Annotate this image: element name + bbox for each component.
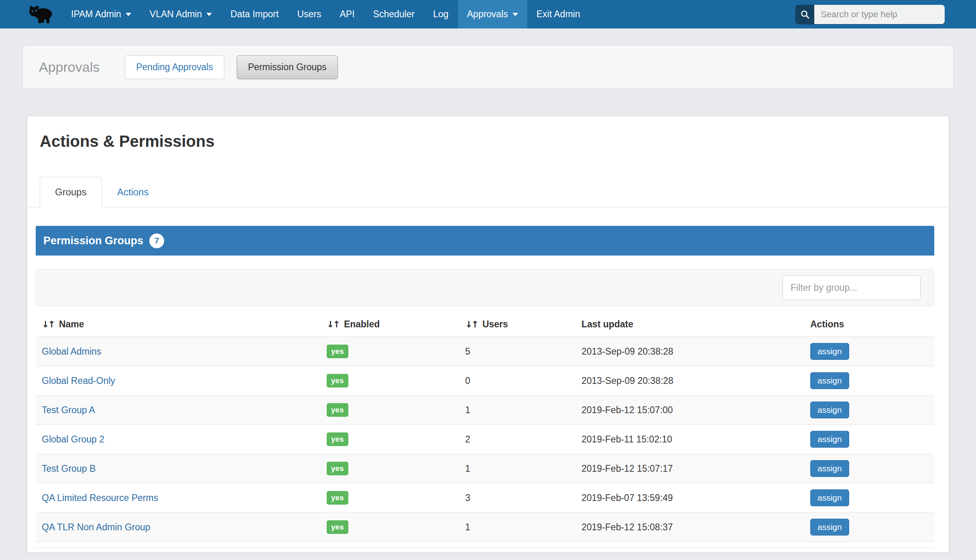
nav-item-label: Log [433,9,448,20]
nav-item-data-import[interactable]: Data Import [221,0,288,28]
enabled-badge: yes [327,345,348,358]
table-row: Global Group 2yes22019-Feb-11 15:02:10as… [36,425,934,454]
users-count: 1 [459,396,575,425]
table-row: Global Adminsyes52013-Sep-09 20:38:28ass… [36,337,934,366]
group-name-link[interactable]: Global Group 2 [42,434,104,444]
users-count: 3 [459,483,575,513]
tab-groups[interactable]: Groups [40,177,102,207]
column-header-name[interactable]: ↓↑Name [36,306,321,337]
column-label: Name [59,319,84,329]
users-count: 1 [459,454,575,483]
assign-button[interactable]: assign [810,489,849,506]
permission-groups-table: ↓↑Name↓↑Enabled↓↑UsersLast updateActions… [36,306,934,542]
tab-bar: GroupsActions [27,177,949,207]
table-body: Global Adminsyes52013-Sep-09 20:38:28ass… [36,337,934,542]
global-search [795,5,945,24]
last-update: 2019-Feb-12 15:08:37 [575,513,804,542]
nav-item-approvals[interactable]: Approvals [458,0,527,28]
table-row: Test Group Ayes12019-Feb-12 15:07:00assi… [36,396,934,425]
search-input[interactable] [814,5,945,24]
nav-item-label: API [340,9,354,20]
assign-button[interactable]: assign [810,460,849,477]
widget-header: Permission Groups 7 [36,226,934,256]
column-header-actions: Actions [804,306,934,337]
filter-bar [36,269,934,306]
top-navbar: IPAM AdminVLAN AdminData ImportUsersAPIS… [0,0,976,28]
main-menu: IPAM AdminVLAN AdminData ImportUsersAPIS… [62,0,589,28]
permission-groups-button[interactable]: Permission Groups [237,55,338,79]
group-name-link[interactable]: Global Admins [42,346,101,357]
filter-by-group-input[interactable] [783,275,921,300]
sort-icon[interactable]: ↓↑ [465,319,478,329]
tab-actions[interactable]: Actions [102,177,164,207]
table-row: Global Read-Onlyyes02013-Sep-09 20:38:28… [36,366,934,396]
nav-item-label: Users [297,9,321,20]
chevron-down-icon [126,13,131,16]
nav-item-exit-admin[interactable]: Exit Admin [527,0,590,28]
nav-item-label: VLAN Admin [150,9,202,20]
nav-item-api[interactable]: API [330,0,364,28]
groups-table-container: ↓↑Name↓↑Enabled↓↑UsersLast updateActions… [36,306,934,548]
chevron-down-icon [512,13,518,16]
pending-approvals-button[interactable]: Pending Approvals [125,55,224,79]
group-name-link[interactable]: QA Limited Resource Perms [42,493,158,503]
table-row: QA Limited Resource Permsyes32019-Feb-07… [36,483,934,513]
nav-item-scheduler[interactable]: Scheduler [364,0,424,28]
actions-permissions-panel: Actions & Permissions GroupsActions Perm… [27,116,949,553]
nav-item-ipam-admin[interactable]: IPAM Admin [62,0,140,28]
panel-title: Actions & Permissions [40,132,949,150]
column-label: Actions [810,319,844,329]
enabled-badge: yes [327,462,348,475]
column-label: Last update [582,319,633,329]
table-header-row: ↓↑Name↓↑Enabled↓↑UsersLast updateActions [36,306,934,337]
users-count: 2 [459,425,575,454]
group-name-link[interactable]: Global Read-Only [42,375,115,386]
group-name-link[interactable]: QA TLR Non Admin Group [42,522,150,532]
users-count: 1 [459,513,575,542]
users-count: 5 [459,337,575,366]
last-update: 2019-Feb-12 15:07:00 [575,396,804,425]
nav-item-label: IPAM Admin [71,9,121,20]
enabled-badge: yes [327,374,348,388]
group-name-link[interactable]: Test Group A [42,405,95,415]
column-label: Enabled [344,319,380,329]
users-count: 0 [459,366,575,396]
column-header-enabled[interactable]: ↓↑Enabled [321,306,459,337]
group-count-badge: 7 [149,233,164,248]
assign-button[interactable]: assign [810,343,849,360]
chevron-down-icon [206,13,212,16]
enabled-badge: yes [327,520,348,534]
enabled-badge: yes [327,432,348,446]
last-update: 2013-Sep-09 20:38:28 [575,366,804,396]
assign-button[interactable]: assign [810,372,849,389]
permission-groups-widget: Permission Groups 7 ↓↑Name↓↑Enabled↓↑Use… [36,226,934,548]
last-update: 2019-Feb-12 15:07:17 [575,454,804,483]
nav-item-log[interactable]: Log [424,0,458,28]
assign-button[interactable]: assign [810,402,849,418]
last-update: 2019-Feb-07 13:59:49 [575,483,804,513]
search-icon[interactable] [795,5,814,24]
nav-item-users[interactable]: Users [288,0,330,28]
table-row: QA TLR Non Admin Groupyes12019-Feb-12 15… [36,513,934,542]
column-header-last-update: Last update [575,306,804,337]
assign-button[interactable]: assign [810,519,849,536]
last-update: 2019-Feb-11 15:02:10 [575,425,804,454]
nav-item-label: Scheduler [373,9,415,20]
group-name-link[interactable]: Test Group B [42,463,96,474]
table-row: Test Group Byes12019-Feb-12 15:07:17assi… [36,454,934,483]
phpipam-panda-logo-icon [28,5,53,24]
sort-icon[interactable]: ↓↑ [327,319,339,329]
widget-title: Permission Groups [43,235,143,247]
column-header-users[interactable]: ↓↑Users [459,306,575,337]
nav-item-label: Data Import [230,9,279,20]
sort-icon[interactable]: ↓↑ [42,319,54,329]
nav-item-vlan-admin[interactable]: VLAN Admin [140,0,221,28]
assign-button[interactable]: assign [810,431,849,448]
column-label: Users [482,319,508,329]
nav-item-label: Approvals [467,9,508,20]
page-title: Approvals [39,59,100,75]
enabled-badge: yes [327,491,348,505]
last-update: 2013-Sep-09 20:38:28 [575,337,804,366]
enabled-badge: yes [327,403,348,417]
nav-item-label: Exit Admin [537,9,580,20]
